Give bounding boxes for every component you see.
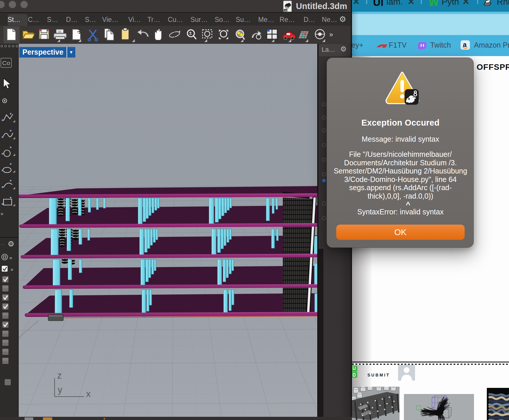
svg-text:±: ± <box>189 31 192 36</box>
svg-text:»: » <box>11 267 13 272</box>
svg-text:3dm: 3dm <box>284 9 289 12</box>
svg-text:»: » <box>9 255 12 261</box>
svg-text:»: » <box>329 30 333 38</box>
svg-text:z: z <box>57 370 62 381</box>
svg-text:y: y <box>58 385 62 395</box>
svg-text:a: a <box>463 41 467 48</box>
svg-text:x: x <box>86 389 91 399</box>
